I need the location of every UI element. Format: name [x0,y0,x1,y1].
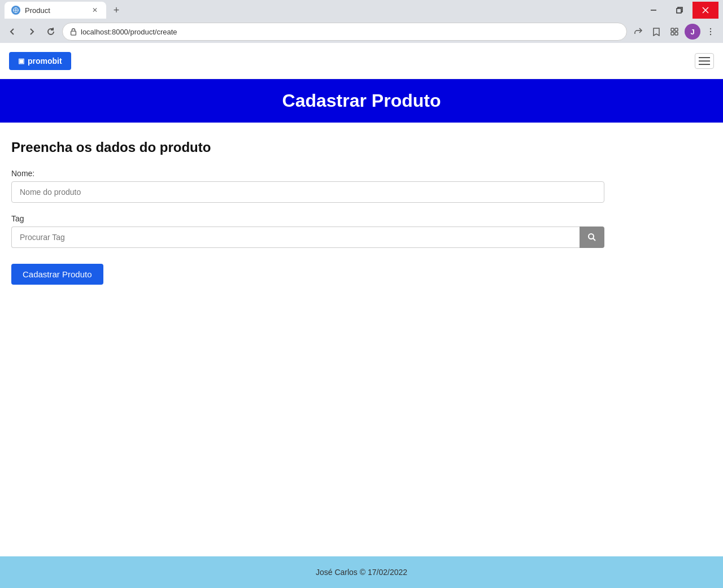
name-input[interactable] [11,181,604,203]
hamburger-line-3 [699,64,710,65]
reload-button[interactable] [43,24,59,40]
svg-point-13 [710,31,711,32]
tag-search-button[interactable] [580,227,604,248]
product-form: Nome: Tag Cadastrar Produto [11,169,712,285]
address-bar: localhost:8000/product/create J [0,20,723,43]
tab-close-button[interactable]: ✕ [90,6,99,15]
svg-point-15 [589,234,594,239]
tag-label: Tag [11,214,604,223]
restore-button[interactable] [667,2,692,19]
svg-rect-9 [675,28,678,31]
app-wrapper: ▣ promobit Cadastrar Produto Preencha os… [0,43,723,588]
tag-input[interactable] [11,227,580,248]
new-tab-button[interactable]: + [108,2,124,18]
page-title: Cadastrar Produto [11,90,712,111]
tab-favicon-icon [11,6,20,15]
title-bar-left: Product ✕ + [5,2,124,19]
svg-rect-10 [671,32,674,35]
logo-text: promobit [28,56,62,66]
footer: José Carlos © 17/02/2022 [0,556,723,588]
forward-button[interactable] [24,24,40,40]
hamburger-line-2 [699,60,710,62]
address-bar-icons: J [630,24,718,40]
url-text: localhost:8000/product/create [81,28,177,36]
section-title: Preencha os dados do produto [11,140,712,155]
svg-rect-4 [677,8,681,13]
url-bar[interactable]: localhost:8000/product/create [62,23,627,41]
search-icon [587,233,596,242]
share-icon[interactable] [630,24,646,40]
browser-tab[interactable]: Product ✕ [5,2,106,19]
navbar: ▣ promobit [0,43,723,79]
bookmark-icon[interactable] [648,24,664,40]
svg-point-14 [710,34,711,35]
logo-button[interactable]: ▣ promobit [9,52,71,70]
back-button[interactable] [5,24,20,40]
tag-input-group [11,227,604,248]
browser-menu-icon[interactable] [703,24,718,40]
title-bar: Product ✕ + [0,0,723,20]
window-controls [641,2,718,19]
main-content: Preencha os dados do produto Nome: Tag [0,123,723,556]
svg-rect-11 [675,32,678,35]
hamburger-menu[interactable] [695,53,714,69]
lock-icon [69,28,77,36]
close-button[interactable] [692,2,718,19]
svg-rect-8 [671,28,674,31]
profile-avatar[interactable]: J [685,24,700,40]
logo-icon: ▣ [18,57,24,65]
browser-chrome: Product ✕ + loca [0,0,723,43]
minimize-button[interactable] [641,2,667,19]
name-label: Nome: [11,169,604,178]
submit-button[interactable]: Cadastrar Produto [11,264,103,285]
extensions-icon[interactable] [667,24,682,40]
tag-field-group: Tag [11,214,604,248]
svg-point-12 [710,28,711,29]
svg-rect-7 [71,31,76,35]
page-header: Cadastrar Produto [0,79,723,123]
hamburger-line-1 [699,57,710,58]
svg-line-16 [593,238,595,241]
footer-text: José Carlos © 17/02/2022 [316,568,407,577]
tab-title: Product [25,6,86,15]
name-field-group: Nome: [11,169,604,203]
